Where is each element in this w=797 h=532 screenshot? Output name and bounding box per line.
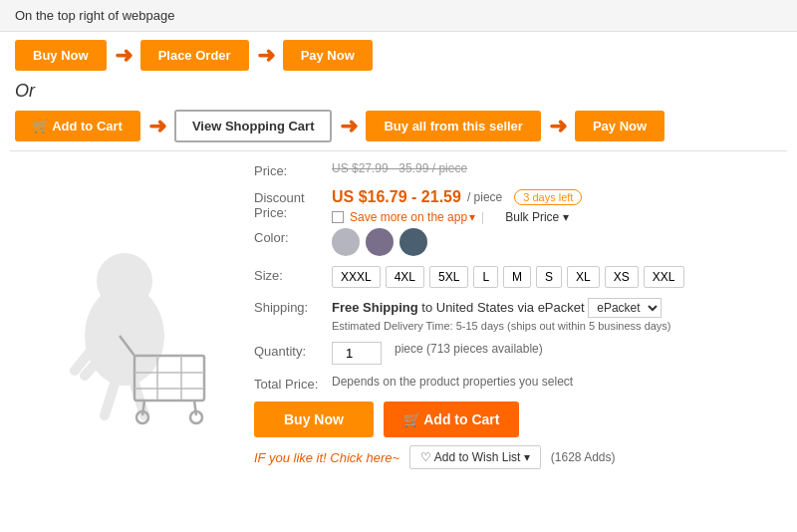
size-row: Size: XXXL 4XL 5XL L M S XL XS XXL xyxy=(254,266,782,288)
color-swatches xyxy=(332,228,427,256)
discount-label: Discount Price: xyxy=(254,188,324,220)
pay-now-button-1[interactable]: Pay Now xyxy=(283,40,373,71)
discount-price: US $16.79 - 21.59 xyxy=(332,188,461,206)
add-to-cart-button-main[interactable]: 🛒 Add to Cart xyxy=(384,401,520,437)
price-original: US $27.99 - 35.99 / piece xyxy=(332,161,467,175)
or-label: Or xyxy=(0,79,797,102)
color-swatch-3[interactable] xyxy=(399,228,427,256)
svg-line-9 xyxy=(194,400,196,415)
quantity-row: Quantity: piece (713 pieces available) xyxy=(254,342,782,365)
arrow-icon-2: ➜ xyxy=(257,43,275,69)
size-xs[interactable]: XS xyxy=(605,266,639,288)
quantity-input[interactable] xyxy=(332,342,382,365)
cart-image-area xyxy=(15,161,234,469)
top-banner: On the top right of webpage xyxy=(0,0,797,32)
size-m[interactable]: M xyxy=(503,266,531,288)
size-l[interactable]: L xyxy=(473,266,498,288)
days-badge: 3 days left xyxy=(514,189,582,205)
color-swatch-2[interactable] xyxy=(366,228,394,256)
size-xxl[interactable]: XXL xyxy=(644,266,684,288)
size-buttons: XXXL 4XL 5XL L M S XL XS XXL xyxy=(332,266,684,288)
shipping-info: Free Shipping to United States via ePack… xyxy=(332,298,671,332)
size-label: Size: xyxy=(254,266,324,283)
color-label: Color: xyxy=(254,228,324,245)
shipping-label: Shipping: xyxy=(254,298,324,315)
price-row: Price: US $27.99 - 35.99 / piece xyxy=(254,161,782,178)
cart-illustration xyxy=(25,206,224,425)
total-label: Total Price: xyxy=(254,375,324,392)
quantity-info: piece (713 pieces available) xyxy=(395,342,543,356)
buy-all-button[interactable]: Buy all from this seller xyxy=(366,111,540,141)
action-buttons: Buy Now 🛒 Add to Cart xyxy=(254,401,782,437)
size-5xl[interactable]: 5XL xyxy=(429,266,468,288)
size-xl[interactable]: XL xyxy=(567,266,600,288)
quantity-label: Quantity: xyxy=(254,342,324,359)
add-to-cart-button-top[interactable]: 🛒 Add to Cart xyxy=(15,111,140,141)
save-app-row: Save more on the app ▾ | Bulk Price ▾ xyxy=(332,210,582,224)
arrow-icon-1: ➜ xyxy=(115,43,133,69)
shipping-row: Shipping: Free Shipping to United States… xyxy=(254,298,782,332)
shipping-sub: Estimated Delivery Time: 5-15 days (ship… xyxy=(332,320,671,332)
free-shipping-text: Free Shipping xyxy=(332,300,418,315)
size-4xl[interactable]: 4XL xyxy=(386,266,424,288)
flow-row-2: 🛒 Add to Cart ➜ View Shopping Cart ➜ Buy… xyxy=(0,102,797,150)
arrow-icon-4: ➜ xyxy=(340,114,358,139)
if-like-text: IF you like it! Chick here~ xyxy=(254,450,399,465)
adds-count: (1628 Adds) xyxy=(551,450,616,464)
size-xxxl[interactable]: XXXL xyxy=(332,266,381,288)
arrow-icon-5: ➜ xyxy=(549,114,567,139)
banner-text: On the top right of webpage xyxy=(15,8,174,23)
wishlist-button[interactable]: ♡ Add to Wish List ▾ xyxy=(409,445,541,469)
color-row: Color: xyxy=(254,228,782,256)
price-label: Price: xyxy=(254,161,324,178)
total-price-row: Total Price: Depends on the product prop… xyxy=(254,375,782,392)
shipping-select[interactable]: ePacket xyxy=(588,298,662,318)
size-s[interactable]: S xyxy=(536,266,562,288)
shipping-dest: to United States via ePacket xyxy=(421,300,588,315)
svg-point-1 xyxy=(97,253,152,309)
bulk-price[interactable]: Bulk Price ▾ xyxy=(505,210,568,224)
buy-now-button-1[interactable]: Buy Now xyxy=(15,40,107,71)
pay-now-button-2[interactable]: Pay Now xyxy=(575,111,664,141)
dropdown-arrow-icon: ▾ xyxy=(469,210,475,224)
arrow-icon-3: ➜ xyxy=(148,114,166,139)
product-details: Price: US $27.99 - 35.99 / piece Discoun… xyxy=(244,161,782,469)
svg-line-4 xyxy=(105,384,115,415)
wishlist-row: IF you like it! Chick here~ ♡ Add to Wis… xyxy=(254,445,782,469)
buy-now-button-main[interactable]: Buy Now xyxy=(254,401,374,437)
color-swatch-1[interactable] xyxy=(332,228,360,256)
save-app-text: Save more on the app xyxy=(350,210,467,224)
main-area: Price: US $27.99 - 35.99 / piece Discoun… xyxy=(0,151,797,479)
total-value: Depends on the product properties you se… xyxy=(332,375,573,389)
place-order-button[interactable]: Place Order xyxy=(140,40,249,71)
view-shopping-cart-button[interactable]: View Shopping Cart xyxy=(174,110,333,142)
price-unit: / piece xyxy=(467,190,502,204)
save-checkbox[interactable] xyxy=(332,211,344,223)
discount-price-row: Discount Price: US $16.79 - 21.59 / piec… xyxy=(254,188,782,224)
flow-row-1: Buy Now ➜ Place Order ➜ Pay Now xyxy=(0,32,797,79)
